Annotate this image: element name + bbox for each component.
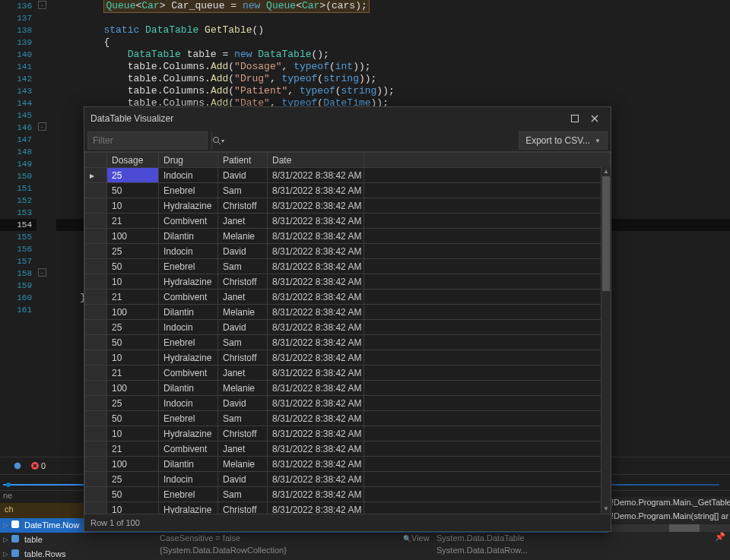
- search-icon[interactable]: [211, 132, 221, 149]
- filter-box[interactable]: ▾: [87, 131, 208, 150]
- column-header[interactable]: Dosage: [107, 153, 159, 168]
- cell-patient[interactable]: Christoff: [218, 198, 268, 214]
- cell-dosage[interactable]: 50: [107, 183, 159, 198]
- cell-drug[interactable]: Indocin: [159, 396, 218, 411]
- row-header[interactable]: [85, 396, 107, 411]
- cell-drug[interactable]: Indocin: [159, 168, 218, 183]
- row-header[interactable]: [85, 289, 107, 305]
- vertical-scrollbar[interactable]: ▲ ▼: [601, 167, 611, 514]
- table-row[interactable]: ▸25IndocinDavid8/31/2022 8:38:42 AM: [85, 168, 601, 183]
- cell-date[interactable]: 8/31/2022 8:38:42 AM: [268, 214, 364, 229]
- data-grid[interactable]: DosageDrugPatientDate ▸25IndocinDavid8/3…: [84, 151, 611, 514]
- cell-date[interactable]: 8/31/2022 8:38:42 AM: [268, 274, 364, 289]
- cell-dosage[interactable]: 25: [107, 396, 159, 411]
- cell-dosage[interactable]: 50: [107, 411, 159, 426]
- cell-dosage[interactable]: 25: [107, 320, 159, 335]
- cell-patient[interactable]: Melanie: [218, 457, 268, 472]
- scroll-up-icon[interactable]: ▲: [601, 167, 611, 176]
- cell-drug[interactable]: Dilantin: [159, 229, 218, 244]
- table-row[interactable]: 100DilantinMelanie8/31/2022 8:38:42 AM: [85, 457, 601, 472]
- expand-icon[interactable]: ▷: [3, 521, 11, 529]
- table-row[interactable]: 100DilantinMelanie8/31/2022 8:38:42 AM: [85, 381, 601, 396]
- table-row[interactable]: 10HydralazineChristoff8/31/2022 8:38:42 …: [85, 350, 601, 365]
- titlebar[interactable]: DataTable Visualizer: [84, 107, 611, 130]
- table-row[interactable]: 100DilantinMelanie8/31/2022 8:38:42 AM: [85, 305, 601, 320]
- maximize-button[interactable]: [565, 110, 585, 127]
- scroll-down-icon[interactable]: ▼: [601, 505, 611, 514]
- cell-date[interactable]: 8/31/2022 8:38:42 AM: [268, 396, 364, 411]
- fold-marker[interactable]: -: [38, 1, 46, 9]
- cell-date[interactable]: 8/31/2022 8:38:42 AM: [268, 168, 364, 183]
- column-header[interactable]: Patient: [218, 153, 268, 168]
- cell-drug[interactable]: Hydralazine: [159, 502, 218, 514]
- row-header[interactable]: [85, 335, 107, 350]
- row-header[interactable]: [85, 214, 107, 229]
- row-header[interactable]: [85, 198, 107, 214]
- close-button[interactable]: [585, 110, 605, 127]
- cell-patient[interactable]: Sam: [218, 183, 268, 198]
- cell-drug[interactable]: Hydralazine: [159, 426, 218, 441]
- cell-dosage[interactable]: 25: [107, 168, 159, 183]
- cell-dosage[interactable]: 50: [107, 259, 159, 274]
- table-row[interactable]: 10HydralazineChristoff8/31/2022 8:38:42 …: [85, 426, 601, 441]
- cell-patient[interactable]: David: [218, 168, 268, 183]
- cell-date[interactable]: 8/31/2022 8:38:42 AM: [268, 229, 364, 244]
- table-row[interactable]: 10HydralazineChristoff8/31/2022 8:38:42 …: [85, 274, 601, 289]
- cell-date[interactable]: 8/31/2022 8:38:42 AM: [268, 289, 364, 305]
- row-header[interactable]: [85, 305, 107, 320]
- table-row[interactable]: 21CombiventJanet8/31/2022 8:38:42 AM: [85, 214, 601, 229]
- cell-patient[interactable]: Janet: [218, 214, 268, 229]
- table-row[interactable]: 21CombiventJanet8/31/2022 8:38:42 AM: [85, 365, 601, 381]
- row-header[interactable]: [85, 411, 107, 426]
- table-row[interactable]: 50EnebrelSam8/31/2022 8:38:42 AM: [85, 335, 601, 350]
- table-row[interactable]: 100DilantinMelanie8/31/2022 8:38:42 AM: [85, 229, 601, 244]
- cell-dosage[interactable]: 10: [107, 274, 159, 289]
- cell-dosage[interactable]: 50: [107, 487, 159, 502]
- row-header[interactable]: [85, 183, 107, 198]
- cell-patient[interactable]: Christoff: [218, 426, 268, 441]
- cell-drug[interactable]: Indocin: [159, 472, 218, 487]
- cell-dosage[interactable]: 10: [107, 350, 159, 365]
- cell-dosage[interactable]: 10: [107, 426, 159, 441]
- cell-patient[interactable]: Melanie: [218, 229, 268, 244]
- cell-dosage[interactable]: 21: [107, 289, 159, 305]
- cell-drug[interactable]: Hydralazine: [159, 198, 218, 214]
- cell-dosage[interactable]: 25: [107, 244, 159, 259]
- cell-patient[interactable]: Melanie: [218, 305, 268, 320]
- table-row[interactable]: 10HydralazineChristoff8/31/2022 8:38:42 …: [85, 198, 601, 214]
- view-link[interactable]: 🔍View: [403, 533, 430, 543]
- cell-date[interactable]: 8/31/2022 8:38:42 AM: [268, 305, 364, 320]
- cell-patient[interactable]: Christoff: [218, 274, 268, 289]
- cell-date[interactable]: 8/31/2022 8:38:42 AM: [268, 487, 364, 502]
- cell-date[interactable]: 8/31/2022 8:38:42 AM: [268, 426, 364, 441]
- cell-drug[interactable]: Dilantin: [159, 457, 218, 472]
- table-row[interactable]: 25IndocinDavid8/31/2022 8:38:42 AM: [85, 244, 601, 259]
- cell-patient[interactable]: Sam: [218, 259, 268, 274]
- cell-date[interactable]: 8/31/2022 8:38:42 AM: [268, 244, 364, 259]
- cell-dosage[interactable]: 100: [107, 305, 159, 320]
- cell-dosage[interactable]: 21: [107, 365, 159, 381]
- cell-drug[interactable]: Combivent: [159, 441, 218, 457]
- table-row[interactable]: 50EnebrelSam8/31/2022 8:38:42 AM: [85, 259, 601, 274]
- cell-drug[interactable]: Enebrel: [159, 335, 218, 350]
- cell-patient[interactable]: Sam: [218, 335, 268, 350]
- cell-date[interactable]: 8/31/2022 8:38:42 AM: [268, 365, 364, 381]
- cell-patient[interactable]: Christoff: [218, 502, 268, 514]
- row-header[interactable]: [85, 487, 107, 502]
- horizontal-scrollbar[interactable]: [608, 524, 730, 532]
- cell-date[interactable]: 8/31/2022 8:38:42 AM: [268, 381, 364, 396]
- cell-drug[interactable]: Enebrel: [159, 183, 218, 198]
- row-header[interactable]: [85, 381, 107, 396]
- table-row[interactable]: 50EnebrelSam8/31/2022 8:38:42 AM: [85, 411, 601, 426]
- cell-date[interactable]: 8/31/2022 8:38:42 AM: [268, 259, 364, 274]
- cell-patient[interactable]: David: [218, 320, 268, 335]
- row-header[interactable]: [85, 229, 107, 244]
- pin-icon[interactable]: 📌: [608, 532, 730, 542]
- row-header[interactable]: [85, 350, 107, 365]
- cell-drug[interactable]: Combivent: [159, 289, 218, 305]
- table-row[interactable]: 21CombiventJanet8/31/2022 8:38:42 AM: [85, 441, 601, 457]
- cell-drug[interactable]: Combivent: [159, 365, 218, 381]
- cell-date[interactable]: 8/31/2022 8:38:42 AM: [268, 502, 364, 514]
- cell-patient[interactable]: David: [218, 396, 268, 411]
- row-header[interactable]: [85, 259, 107, 274]
